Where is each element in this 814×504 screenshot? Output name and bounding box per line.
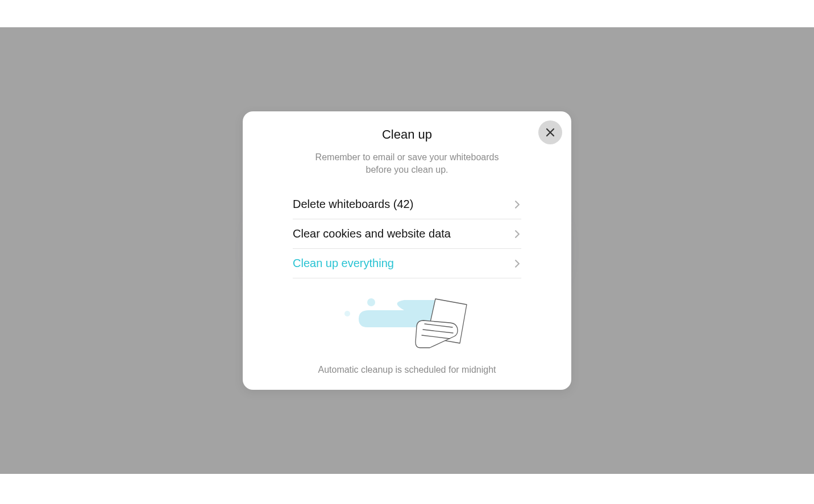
option-label: Clear cookies and website data — [293, 227, 451, 240]
chevron-right-icon — [513, 260, 521, 268]
option-delete-whiteboards[interactable]: Delete whiteboards (42) — [293, 190, 521, 219]
chevron-right-icon — [513, 230, 521, 238]
modal-backdrop: Clean up Remember to email or save your … — [0, 27, 814, 474]
close-button[interactable] — [538, 120, 562, 144]
cleanup-modal: Clean up Remember to email or save your … — [243, 111, 571, 390]
option-label: Clean up everything — [293, 257, 394, 270]
chevron-right-icon — [513, 201, 521, 209]
wiping-hand-icon — [336, 292, 478, 355]
svg-point-0 — [344, 311, 350, 316]
option-clear-cookies[interactable]: Clear cookies and website data — [293, 219, 521, 249]
option-clean-everything[interactable]: Clean up everything — [293, 249, 521, 278]
close-icon — [546, 128, 555, 137]
svg-point-1 — [367, 298, 375, 306]
modal-title: Clean up — [262, 127, 552, 142]
modal-subtitle: Remember to email or save your whiteboar… — [305, 151, 509, 177]
cleanup-schedule-text: Automatic cleanup is scheduled for midni… — [262, 365, 552, 375]
option-label: Delete whiteboards (42) — [293, 198, 413, 211]
cleanup-illustration — [262, 292, 552, 355]
cleanup-options-list: Delete whiteboards (42) Clear cookies an… — [262, 190, 552, 278]
